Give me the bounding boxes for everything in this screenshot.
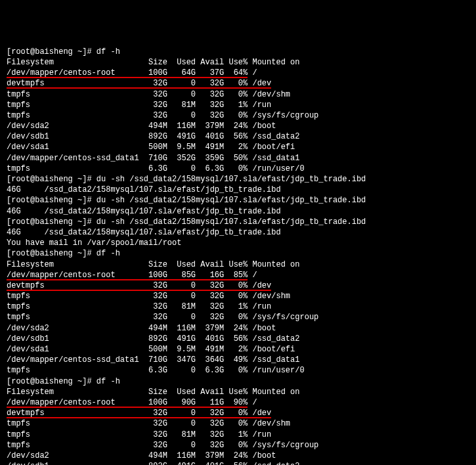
df-row: tmpfs 32G 0 32G 0% /dev/shm (7, 291, 469, 301)
df-header: Filesystem Size Used Avail Use% Mounted … (7, 57, 469, 68)
prompt-line: [root@baisheng ~]# du -sh /ssd_data2/158… (7, 217, 469, 227)
df-row: /dev/mapper/centos-ssd_data1 710G 347G 3… (7, 355, 469, 365)
df-row: /dev/mapper/centos-root 100G 90G 11G 90%… (7, 397, 469, 408)
prompt-line: [root@baisheng ~]# df -h (7, 47, 469, 57)
df-row: /dev/sdb1 892G 491G 401G 56% /ssd_data2 (7, 334, 469, 344)
df-row: tmpfs 32G 0 32G 0% /sys/fs/cgroup (7, 312, 469, 322)
df-row: tmpfs 32G 0 32G 0% /dev/shm (7, 89, 469, 100)
df-row: /dev/sda2 494M 116M 379M 24% /boot (7, 121, 469, 131)
df-row: tmpfs 6.3G 0 6.3G 0% /run/user/0 (7, 365, 469, 376)
df-row: devtmpfs 32G 0 32G 0% /dev (7, 280, 469, 291)
prompt-line: [root@baisheng ~]# du -sh /ssd_data2/158… (7, 195, 469, 206)
df-row: tmpfs 32G 81M 32G 1% /run (7, 301, 469, 312)
df-row: devtmpfs 32G 0 32G 0% /dev (7, 408, 469, 418)
df-row: tmpfs 6.3G 0 6.3G 0% /run/user/0 (7, 164, 469, 174)
mail-notice: You have mail in /var/spool/mail/root (7, 238, 469, 248)
terminal-output[interactable]: [root@baisheng ~]# df -hFilesystem Size … (7, 47, 469, 465)
df-row: /dev/sdb1 892G 491G 401G 56% /ssd_data2 (7, 131, 469, 142)
df-row: devtmpfs 32G 0 32G 0% /dev (7, 78, 469, 89)
df-row: /dev/sda1 500M 9.5M 491M 2% /boot/efi (7, 344, 469, 355)
prompt-line: [root@baisheng ~]# df -h (7, 376, 469, 387)
du-output: 46G /ssd_data2/158mysql/107.sla/efast/jd… (7, 206, 469, 217)
df-row: /dev/mapper/centos-root 100G 64G 37G 64%… (7, 68, 469, 78)
df-header: Filesystem Size Used Avail Use% Mounted … (7, 259, 469, 270)
df-row: tmpfs 32G 81M 32G 1% /run (7, 100, 469, 110)
df-row: /dev/sda1 500M 9.5M 491M 2% /boot/efi (7, 142, 469, 152)
df-header: Filesystem Size Used Avail Use% Mounted … (7, 387, 469, 397)
du-output: 46G /ssd_data2/158mysql/107.sla/efast/jd… (7, 185, 469, 195)
df-row: /dev/sda2 494M 116M 379M 24% /boot (7, 323, 469, 334)
df-row: /dev/sdb1 892G 491G 401G 56% /ssd_data2 (7, 461, 469, 465)
df-row: /dev/sda2 494M 116M 379M 24% /boot (7, 451, 469, 461)
prompt-line: [root@baisheng ~]# df -h (7, 248, 469, 259)
df-row: /dev/mapper/centos-ssd_data1 710G 352G 3… (7, 153, 469, 164)
df-row: /dev/mapper/centos-root 100G 85G 16G 85%… (7, 270, 469, 280)
df-row: tmpfs 32G 0 32G 0% /dev/shm (7, 418, 469, 429)
prompt-line: [root@baisheng ~]# du -sh /ssd_data2/158… (7, 174, 469, 185)
df-row: tmpfs 32G 0 32G 0% /sys/fs/cgroup (7, 440, 469, 451)
df-row: tmpfs 32G 0 32G 0% /sys/fs/cgroup (7, 110, 469, 121)
df-row: tmpfs 32G 81M 32G 1% /run (7, 430, 469, 440)
du-output: 46G /ssd_data2/158mysql/107.sla/efast/jd… (7, 227, 469, 238)
